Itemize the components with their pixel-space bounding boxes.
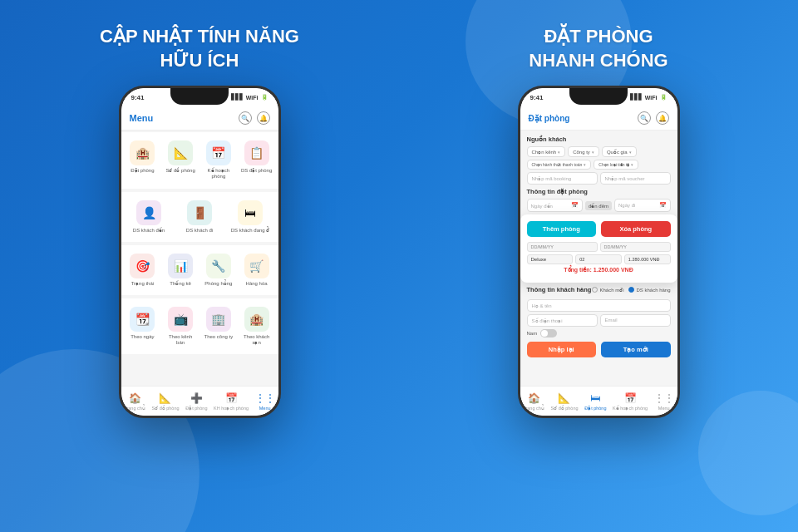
menu-item-theo-ks[interactable]: 🏨 Theo khách sạn xyxy=(239,303,275,349)
filter-loai-tien[interactable]: Chọn loại tiền tệ xyxy=(594,160,638,170)
nav-so-do[interactable]: 📐 Sơ đồ phòng xyxy=(151,392,179,411)
name-input[interactable]: Họ & tên xyxy=(527,299,671,312)
tao-moi-button[interactable]: Tạo mới xyxy=(601,342,671,357)
theo-cty-label: Theo công ty xyxy=(204,334,234,340)
khach-den-icon: 👤 xyxy=(136,200,161,225)
input-booking[interactable]: Nhập mã booking xyxy=(527,172,598,185)
wifi-icon: WiFi xyxy=(246,95,259,101)
left-section: CẬP NHẬT TÍNH NĂNG HỮU ÍCH 9:41 ▋▋▋ WiFi… xyxy=(0,0,399,532)
radio-khach-moi[interactable]: Khách mới xyxy=(592,287,623,293)
menu-item-so-do[interactable]: 📐 Sơ đồ phòng xyxy=(162,137,199,183)
left-bell-icon[interactable]: 🔔 xyxy=(257,111,270,125)
phong-hong-label: Phòng hỏng xyxy=(204,281,232,287)
menu-item-hang-hoa[interactable]: 🛒 Hàng hóa xyxy=(239,250,275,290)
menu-item-ds-dat[interactable]: 📋 DS đặt phòng xyxy=(239,137,275,183)
menu-section-3: 🎯 Trạng thái 📊 Thống kê 🔧 Phòng hỏng xyxy=(121,245,278,295)
right-phone: 9:41 ▋▋▋ WiFi 🔋 Đặt phòng 🔍 🔔 xyxy=(518,86,680,418)
right-nav-home-label: Trang chủ xyxy=(523,406,544,411)
filter-loaitien-label: Chọn loại tiền tệ xyxy=(598,162,629,167)
right-search-icon[interactable]: 🔍 xyxy=(638,111,651,125)
room-checkout[interactable]: DD/MM/YY xyxy=(600,242,671,252)
email-input[interactable]: Email xyxy=(600,314,671,327)
ke-hoach-icon: 📅 xyxy=(206,140,231,165)
nav-dat-phong[interactable]: ➕ Đặt phòng xyxy=(185,392,207,411)
dat-phong-label: Đặt phòng xyxy=(131,168,154,174)
menu-section-1: 🏨 Đặt phòng 📐 Sơ đồ phòng 📅 Kế hoạch phò… xyxy=(121,132,278,188)
thong-ke-label: Thống kê xyxy=(170,281,191,287)
right-screen-content: Nguồn khách Chọn kênh Công ty Quốc gia xyxy=(520,131,677,410)
input-row-booking: Nhập mã booking Nhập mã voucher xyxy=(527,172,671,185)
menu-item-dat-phong[interactable]: 🏨 Đặt phòng xyxy=(125,137,161,183)
ds-dat-label: DS đặt phòng xyxy=(241,168,272,174)
nav-ke-hoach[interactable]: 📅 KH hoạch phòng xyxy=(214,392,249,411)
menu-item-theo-kenh[interactable]: 📺 Theo kênh bán xyxy=(162,303,199,349)
thong-ke-icon: 📊 xyxy=(168,254,193,278)
filter-thanh-toan[interactable]: Chọn hành thức thanh toán xyxy=(527,160,592,170)
right-screen: 9:41 ▋▋▋ WiFi 🔋 Đặt phòng 🔍 🔔 xyxy=(520,88,677,416)
right-nav-trang-chu[interactable]: 🏠 Trang chủ xyxy=(523,392,544,411)
right-notch xyxy=(569,88,628,105)
menu-item-thong-ke[interactable]: 📊 Thống kê xyxy=(162,250,199,290)
right-time: 9:41 xyxy=(530,94,544,101)
menu-item-khach-di[interactable]: 🚪 DS khách đi xyxy=(175,197,224,237)
right-nav-ke-hoach[interactable]: 📅 Kế hoạch phòng xyxy=(613,392,648,411)
right-nav-home-icon: 🏠 xyxy=(528,392,540,404)
them-phong-button[interactable]: Thêm phòng xyxy=(527,221,597,237)
filter-kenh[interactable]: Chọn kênh xyxy=(527,146,566,157)
menu-item-theo-cty[interactable]: 🏢 Theo công ty xyxy=(200,303,237,349)
right-nav-menu-label: Menu xyxy=(658,406,670,411)
room-checkin[interactable]: DD/MM/YY xyxy=(527,242,598,252)
filter-cty[interactable]: Công ty xyxy=(568,146,599,157)
radio2-label: DS khách hàng xyxy=(636,288,670,293)
right-nav-so-do[interactable]: 📐 Sơ đồ phòng xyxy=(550,392,578,411)
filter-quocgia-label: Quốc gia xyxy=(607,149,628,155)
right-nav-datphong-label: Đặt phòng xyxy=(584,406,606,411)
menu-item-trang-thai[interactable]: 🎯 Trạng thái xyxy=(125,250,161,290)
room-price[interactable]: 1.280.000 VNĐ xyxy=(624,254,671,264)
nav-ke-hoach-label: KH hoạch phòng xyxy=(214,406,249,411)
menu-item-ke-hoach[interactable]: 📅 Kế hoạch phòng xyxy=(200,137,237,183)
xoa-phong-button[interactable]: Xóa phòng xyxy=(601,221,671,237)
left-bottom-nav: 🏠 Trang chủ 📐 Sơ đồ phòng ➕ Đặt phòng 📅 … xyxy=(121,386,278,416)
email-placeholder: Email xyxy=(605,318,618,323)
input-voucher[interactable]: Nhập mã voucher xyxy=(600,172,671,185)
room-nights[interactable]: 02 xyxy=(575,254,622,264)
left-menu-title: Menu xyxy=(130,113,154,123)
right-nav-dat-phong[interactable]: 🛏 Đặt phòng xyxy=(584,392,606,411)
menu-item-khach-dang-o[interactable]: 🛏 DS khách đang ở xyxy=(226,197,275,237)
left-screen: 9:41 ▋▋▋ WiFi 🔋 Menu 🔍 🔔 xyxy=(121,88,278,416)
theo-ngay-icon: 📆 xyxy=(130,307,155,332)
action-buttons: Thêm phòng Xóa phòng xyxy=(527,221,671,237)
room-type-input[interactable]: Deluxe xyxy=(527,254,574,264)
room-type-row: Deluxe 02 1.280.000 VNĐ xyxy=(527,254,671,264)
right-section: ĐẶT PHÒNG NHANH CHÓNG 9:41 ▋▋▋ WiFi 🔋 Đ xyxy=(399,0,798,532)
radio-ds-khach[interactable]: DS khách hàng xyxy=(628,287,670,293)
hang-hoa-icon: 🛒 xyxy=(244,254,269,278)
ds-dat-icon: 📋 xyxy=(244,140,269,165)
nhap-lai-button[interactable]: Nhập lại xyxy=(527,342,597,357)
right-nav-sodo-label: Sơ đồ phòng xyxy=(550,406,578,411)
dat-phong-icon: 🏨 xyxy=(130,140,155,165)
right-bell-icon[interactable]: 🔔 xyxy=(656,111,669,125)
phone-input[interactable]: Số điện thoại xyxy=(527,314,598,327)
hang-hoa-label: Hàng hóa xyxy=(246,281,268,287)
date-from[interactable]: Ngày đến 📅 xyxy=(527,199,584,212)
right-nav-menu[interactable]: ⋮⋮ Menu xyxy=(654,392,674,411)
nav-menu[interactable]: ⋮⋮ Menu xyxy=(255,392,275,411)
menu-item-theo-ngay[interactable]: 📆 Theo ngày xyxy=(125,303,161,349)
menu-item-phong-hong[interactable]: 🔧 Phòng hỏng xyxy=(200,250,237,290)
menu-grid-2: 👤 DS khách đến 🚪 DS khách đi 🛏 DS khách … xyxy=(125,197,275,237)
date-to[interactable]: Ngày đi 📅 xyxy=(614,199,671,212)
radio1-label: Khách mới xyxy=(599,287,623,293)
calendar-icon-to: 📅 xyxy=(659,202,667,209)
gender-toggle[interactable] xyxy=(540,329,557,337)
left-title: CẬP NHẬT TÍNH NĂNG HỮU ÍCH xyxy=(100,25,299,72)
radio-row: Khách mới DS khách hàng xyxy=(592,287,670,293)
filter-quocgia[interactable]: Quốc gia xyxy=(602,146,637,157)
nav-trang-chu[interactable]: 🏠 Trang chủ xyxy=(124,392,145,411)
khach-den-label: DS khách đến xyxy=(133,228,165,234)
menu-item-khach-den[interactable]: 👤 DS khách đến xyxy=(125,197,174,237)
left-search-icon[interactable]: 🔍 xyxy=(239,111,252,125)
right-header-title: Đặt phòng xyxy=(529,114,570,123)
right-status-icons: ▋▋▋ WiFi 🔋 xyxy=(630,94,667,101)
